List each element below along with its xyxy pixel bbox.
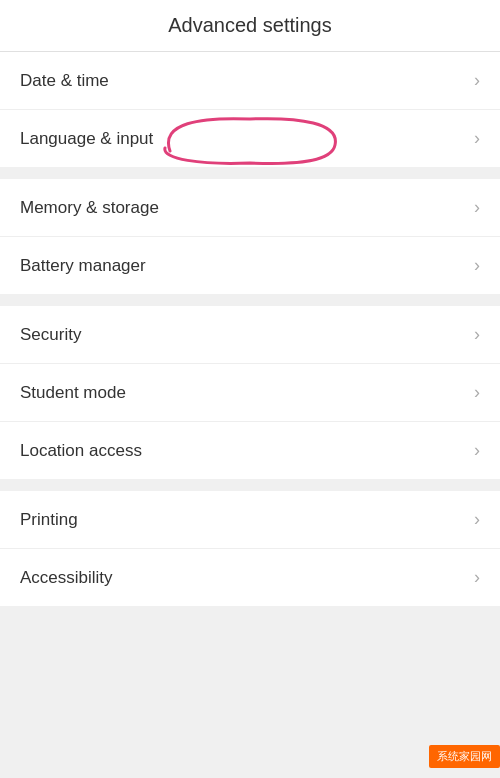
settings-item-label-security: Security	[20, 325, 81, 345]
settings-group-group2: Memory & storage›Battery manager›	[0, 179, 500, 294]
settings-item-label-memory-storage: Memory & storage	[20, 198, 159, 218]
settings-item-battery-manager[interactable]: Battery manager›	[0, 237, 500, 294]
watermark: 系统家园网	[429, 745, 500, 768]
settings-group-group1: Date & time›Language & input›	[0, 52, 500, 167]
settings-item-label-printing: Printing	[20, 510, 78, 530]
chevron-icon-memory-storage: ›	[474, 197, 480, 218]
settings-group-group3: Security›Student mode›Location access›	[0, 306, 500, 479]
chevron-icon-printing: ›	[474, 509, 480, 530]
annotation-circle	[140, 113, 360, 165]
settings-list: Date & time›Language & input›Memory & st…	[0, 52, 500, 606]
settings-item-printing[interactable]: Printing›	[0, 491, 500, 549]
settings-item-student-mode[interactable]: Student mode›	[0, 364, 500, 422]
settings-item-date-time[interactable]: Date & time›	[0, 52, 500, 110]
settings-item-label-language-input: Language & input	[20, 129, 153, 149]
chevron-icon-location-access: ›	[474, 440, 480, 461]
chevron-icon-security: ›	[474, 324, 480, 345]
settings-item-accessibility[interactable]: Accessibility›	[0, 549, 500, 606]
settings-item-security[interactable]: Security›	[0, 306, 500, 364]
settings-item-location-access[interactable]: Location access›	[0, 422, 500, 479]
page-header: Advanced settings	[0, 0, 500, 52]
page-container: Advanced settings Date & time›Language &…	[0, 0, 500, 606]
settings-item-label-location-access: Location access	[20, 441, 142, 461]
chevron-icon-battery-manager: ›	[474, 255, 480, 276]
chevron-icon-student-mode: ›	[474, 382, 480, 403]
chevron-icon-accessibility: ›	[474, 567, 480, 588]
page-title: Advanced settings	[168, 14, 331, 36]
settings-item-language-input[interactable]: Language & input›	[0, 110, 500, 167]
settings-item-label-date-time: Date & time	[20, 71, 109, 91]
settings-item-label-accessibility: Accessibility	[20, 568, 113, 588]
settings-group-group4: Printing›Accessibility›	[0, 491, 500, 606]
chevron-icon-date-time: ›	[474, 70, 480, 91]
settings-item-memory-storage[interactable]: Memory & storage›	[0, 179, 500, 237]
settings-item-label-student-mode: Student mode	[20, 383, 126, 403]
chevron-icon-language-input: ›	[474, 128, 480, 149]
settings-item-label-battery-manager: Battery manager	[20, 256, 146, 276]
